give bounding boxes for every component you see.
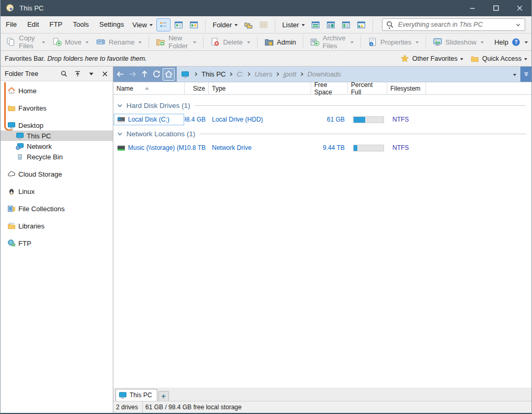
- group-header-network-locations-1[interactable]: Network Locations (1): [113, 126, 531, 141]
- column-header-percent-full[interactable]: Percent Full: [348, 82, 387, 94]
- column-header-size[interactable]: Size: [185, 82, 209, 94]
- file-display-panel: This PCC:UsersjpottDownloads NameSizeTyp…: [113, 67, 531, 413]
- folder-tree-panel: Folder Tree HomeFavoritesDesktopThis PCN…: [1, 67, 113, 413]
- thumbnails-view-button[interactable]: [187, 18, 201, 31]
- maximize-button[interactable]: [484, 0, 508, 16]
- column-header-free-space[interactable]: Free Space: [311, 82, 348, 94]
- tree-item-linux[interactable]: Linux: [1, 186, 113, 197]
- tree-item-favorites[interactable]: Favorites: [1, 103, 113, 113]
- chevron-down-icon: [481, 41, 484, 43]
- column-header-type[interactable]: Type: [209, 82, 311, 94]
- tree-close-icon[interactable]: [101, 70, 109, 78]
- lister-horizontal-button[interactable]: [308, 18, 323, 31]
- status-drive-count: 2 drives: [113, 401, 143, 413]
- tree-scroll-top-icon[interactable]: [74, 70, 81, 78]
- tree-item-file-collections[interactable]: File Collections: [1, 203, 113, 214]
- close-button[interactable]: [508, 0, 531, 16]
- collections-icon: [7, 204, 16, 213]
- toolbar-move-button[interactable]: Move: [49, 35, 93, 49]
- tree-item-home[interactable]: Home: [1, 85, 113, 96]
- folder-tree-header: Folder Tree: [1, 67, 113, 81]
- toolbar-rename-button[interactable]: Rename: [92, 35, 145, 49]
- folder-dropdown[interactable]: Folder: [209, 21, 241, 29]
- column-header-filesystem[interactable]: Filesystem: [387, 82, 426, 94]
- favorites-bar: Favorites Bar. Drop folders here to favo…: [1, 51, 531, 67]
- forward-button[interactable]: [126, 68, 139, 81]
- details-view-button[interactable]: [156, 18, 171, 31]
- window-title: This PC: [19, 4, 44, 12]
- menu-edit[interactable]: Edit: [22, 16, 44, 33]
- column-header-label: Type: [212, 85, 226, 92]
- new-tab-button[interactable]: +: [158, 391, 169, 401]
- main-toolbar: Copy FilesMoveRenameNew FolderDeleteAdmi…: [1, 34, 531, 51]
- menu-items: FileEditFTPToolsSettings: [1, 16, 129, 33]
- tab-this-pc[interactable]: This PC: [115, 389, 157, 401]
- lister-vertical-button[interactable]: [324, 18, 338, 31]
- breadcrumb-segment-this-pc[interactable]: This PC: [200, 70, 227, 78]
- lister-dropdown[interactable]: Lister: [279, 21, 308, 29]
- file-row-local-disk-c[interactable]: Local Disk (C:)98.4 GBLocal Drive (HDD)6…: [113, 113, 531, 126]
- breadcrumb-segment-c[interactable]: C:: [236, 70, 244, 78]
- menu-file[interactable]: File: [1, 16, 22, 33]
- column-header-name[interactable]: Name: [113, 82, 185, 94]
- refresh-button[interactable]: [151, 68, 163, 81]
- toolbar-properties-button[interactable]: Properties: [364, 35, 422, 49]
- file-name-cell[interactable]: Music (\\storage) (M:): [114, 142, 184, 154]
- file-name-cell[interactable]: Local Disk (C:): [114, 114, 184, 125]
- file-filesystem: NTFS: [387, 116, 426, 123]
- lister-tree-button[interactable]: [339, 18, 353, 31]
- up-button[interactable]: [139, 68, 151, 81]
- toolbar-slideshow-button[interactable]: Slideshow: [429, 35, 487, 49]
- path-dropdown-button[interactable]: [506, 67, 520, 82]
- chevron-down-icon: [150, 24, 153, 26]
- toolbar-new-folder-button[interactable]: New Folder: [152, 35, 200, 49]
- column-header-row: NameSizeTypeFree SpacePercent FullFilesy…: [113, 82, 531, 95]
- file-row-music-storage-m[interactable]: Music (\\storage) (M:)10.8 TBNetwork Dri…: [113, 141, 531, 155]
- breadcrumb-segment-downloads[interactable]: Downloads: [306, 70, 342, 78]
- search-input[interactable]: [395, 21, 515, 28]
- location-bar-toggle-button[interactable]: [520, 67, 531, 82]
- toolbar-delete-button[interactable]: Delete: [207, 35, 254, 49]
- search-box[interactable]: [382, 18, 525, 31]
- menu-ftp[interactable]: FTP: [44, 16, 68, 33]
- tree-item-libraries[interactable]: Libraries: [1, 221, 113, 231]
- back-button[interactable]: [114, 68, 126, 81]
- toolbar-admin-button[interactable]: Admin: [261, 35, 300, 49]
- dual-folder-button[interactable]: [241, 18, 256, 31]
- separator: [360, 36, 361, 48]
- file-list: Hard Disk Drives (1)Local Disk (C:)98.4 …: [113, 95, 531, 388]
- folder-dropdown-label: Folder: [212, 21, 232, 29]
- tree-menu-icon[interactable]: [88, 70, 95, 78]
- file-type: Local Drive (HDD): [209, 116, 311, 123]
- group-header-hard-disk-drives-1[interactable]: Hard Disk Drives (1): [113, 98, 531, 113]
- tree-item-ftp[interactable]: FTP: [1, 238, 113, 248]
- column-header-label: Name: [116, 85, 133, 92]
- collapse-chevron-icon: [116, 130, 123, 137]
- tree-item-label: This PC: [27, 132, 51, 140]
- tree-item-recycle-bin[interactable]: Recycle Bin: [1, 151, 113, 162]
- tree-item-this-pc[interactable]: This PC: [1, 130, 113, 141]
- other-favorites-button[interactable]: Other Favorites: [400, 54, 463, 63]
- column-header-label: Percent Full: [351, 81, 384, 96]
- breadcrumb-segment-users[interactable]: Users: [253, 70, 273, 78]
- lister-viewer-button[interactable]: [354, 18, 368, 31]
- toolbar-help-button[interactable]: Help?: [487, 35, 531, 49]
- group-divider: [195, 105, 526, 106]
- menu-settings[interactable]: Settings: [94, 16, 129, 33]
- quick-access-button[interactable]: Quick Access: [471, 55, 527, 63]
- home-button[interactable]: [163, 68, 175, 81]
- chevron-down-icon[interactable]: [515, 21, 522, 28]
- tree-search-icon[interactable]: [60, 70, 68, 78]
- list-view-button[interactable]: [172, 18, 186, 31]
- view-dropdown[interactable]: View: [129, 21, 156, 29]
- properties-icon: [368, 37, 377, 47]
- toolbar-archive-files-button[interactable]: Archive Files: [306, 35, 357, 49]
- menu-tools[interactable]: Tools: [68, 16, 94, 33]
- tree-item-cloud-storage[interactable]: Cloud Storage: [1, 169, 113, 179]
- breadcrumb-segment-jpott[interactable]: jpott: [282, 70, 297, 78]
- dual-panels-button[interactable]: [257, 18, 271, 31]
- tree-item-desktop[interactable]: Desktop: [1, 120, 113, 130]
- toolbar-copy-files-button[interactable]: Copy Files: [3, 35, 49, 49]
- tree-item-network[interactable]: Network: [1, 141, 113, 151]
- minimize-button[interactable]: [461, 0, 484, 16]
